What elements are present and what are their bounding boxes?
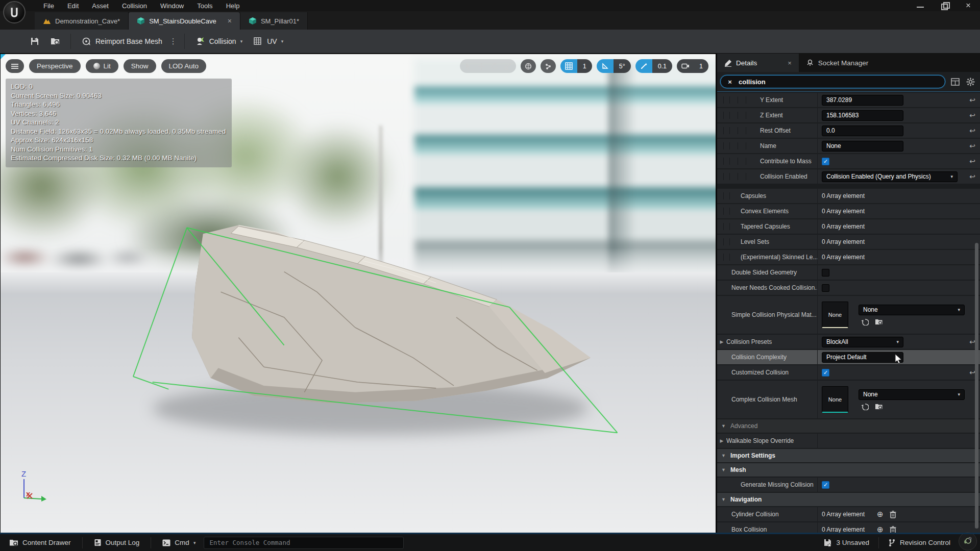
tab-sm-pillar01[interactable]: SM_Pillar01* bbox=[240, 12, 308, 30]
reset-to-default-icon[interactable]: ↩ bbox=[965, 157, 980, 165]
unsaved-assets-button[interactable]: 3 Unsaved bbox=[818, 536, 875, 549]
menu-edit[interactable]: Edit bbox=[61, 1, 85, 11]
stat-triangles: Triangles: 6,496 bbox=[11, 100, 226, 109]
reset-to-default-icon[interactable]: ↩ bbox=[965, 111, 980, 119]
viewport-options-button[interactable] bbox=[6, 59, 24, 73]
category-navigation[interactable]: ▼ Navigation bbox=[717, 493, 980, 506]
menu-file[interactable]: File bbox=[37, 1, 61, 11]
show-dropdown[interactable]: Show bbox=[124, 59, 156, 73]
complex-collision-mesh-dropdown[interactable]: None▾ bbox=[859, 389, 965, 400]
scale-tool-icon[interactable] bbox=[504, 62, 512, 70]
expand-arrow-icon[interactable]: ▶ bbox=[717, 339, 726, 344]
browse-to-asset-button[interactable] bbox=[45, 33, 65, 49]
y-extent-input[interactable]: 387.0289 bbox=[822, 95, 903, 106]
menu-collision[interactable]: Collision bbox=[115, 1, 154, 11]
output-log-button[interactable]: Output Log bbox=[88, 536, 146, 549]
browse-to-asset-icon[interactable] bbox=[875, 318, 883, 325]
browse-to-asset-icon[interactable] bbox=[875, 403, 883, 410]
move-tool-icon[interactable] bbox=[477, 62, 485, 70]
generate-missing-collision-checkbox[interactable]: ✓ bbox=[822, 481, 829, 489]
save-button[interactable] bbox=[24, 33, 45, 49]
rest-offset-input[interactable]: 0.0 bbox=[822, 126, 903, 136]
never-needs-cooked-checkbox[interactable] bbox=[822, 284, 829, 292]
perspective-dropdown[interactable]: Perspective bbox=[29, 59, 81, 73]
reset-to-default-icon[interactable]: ↩ bbox=[965, 96, 980, 104]
rotation-snap-toggle[interactable] bbox=[597, 59, 614, 73]
statusbar-right-cluster: 3 Unsaved Revision Control bbox=[818, 534, 977, 551]
tab-level-demonstration-cave[interactable]: Demonstration_Cave* bbox=[35, 12, 129, 30]
advanced-expander[interactable]: ▼ Advanced bbox=[717, 419, 980, 433]
grid-snap-toggle[interactable] bbox=[560, 59, 577, 73]
category-mesh[interactable]: ▼ Mesh bbox=[717, 463, 980, 477]
use-selected-asset-icon[interactable] bbox=[861, 403, 869, 410]
use-selected-asset-icon[interactable] bbox=[861, 318, 869, 325]
tab-close-icon[interactable]: × bbox=[228, 17, 232, 25]
menu-window[interactable]: Window bbox=[154, 1, 190, 11]
property-row-level-sets: Level Sets 0 Array element bbox=[717, 235, 980, 249]
reimport-options-icon[interactable]: ⋮ bbox=[167, 37, 179, 46]
rotate-tool-icon[interactable] bbox=[491, 62, 499, 70]
scale-snap-toggle[interactable] bbox=[635, 59, 652, 73]
clear-search-icon[interactable]: × bbox=[726, 78, 734, 86]
z-extent-input[interactable]: 158.106583 bbox=[822, 110, 903, 121]
property-row-double-sided-geometry: Double Sided Geometry bbox=[717, 265, 980, 280]
coordinate-system-button[interactable] bbox=[521, 59, 536, 73]
cmd-dropdown-button[interactable]: Cmd ▾ bbox=[156, 536, 202, 549]
grid-snap-value[interactable]: 1 bbox=[577, 59, 592, 73]
collision-dropdown-button[interactable]: Collision ▾ bbox=[190, 33, 248, 49]
property-row-skinned-level-sets: (Experimental) Skinned Le... 0 Array ele… bbox=[717, 250, 980, 264]
console-command-input[interactable] bbox=[204, 537, 404, 549]
unreal-logo-icon[interactable] bbox=[3, 1, 26, 23]
reset-to-default-icon[interactable]: ↩ bbox=[965, 127, 980, 135]
view-mode-dropdown[interactable]: Lit bbox=[86, 59, 118, 73]
details-scrollbar[interactable] bbox=[975, 243, 978, 529]
collision-complexity-dropdown[interactable]: Project Default bbox=[822, 352, 903, 363]
tab-sm-stairsdoublecave[interactable]: SM_StairsDoubleCave × bbox=[129, 12, 240, 30]
collision-presets-dropdown[interactable]: BlockAll▾ bbox=[822, 337, 903, 347]
property-label: Box Collision bbox=[717, 526, 817, 533]
surface-snapping-button[interactable] bbox=[541, 59, 556, 73]
search-input[interactable]: × collision bbox=[720, 75, 945, 88]
stat-collision-primitives: Num Collision Primitives: 1 bbox=[11, 145, 226, 154]
camera-speed-toggle[interactable] bbox=[677, 59, 694, 73]
menu-asset[interactable]: Asset bbox=[85, 1, 115, 11]
minimize-button[interactable] bbox=[917, 3, 924, 9]
uv-dropdown-button[interactable]: UV ▾ bbox=[248, 33, 288, 49]
settings-button[interactable] bbox=[965, 78, 976, 86]
restore-button[interactable] bbox=[941, 3, 948, 9]
close-window-button[interactable]: × bbox=[966, 3, 971, 8]
revision-control-status-icon[interactable] bbox=[959, 532, 977, 550]
details-tab-close-icon[interactable]: × bbox=[788, 59, 792, 67]
reimport-base-mesh-button[interactable]: Reimport Base Mesh bbox=[76, 33, 167, 49]
reset-to-default-icon[interactable]: ↩ bbox=[965, 172, 980, 181]
menu-help[interactable]: Help bbox=[219, 1, 247, 11]
tab-socket-manager[interactable]: Socket Manager bbox=[799, 54, 875, 72]
customized-collision-checkbox[interactable]: ✓ bbox=[822, 369, 829, 377]
tab-details[interactable]: Details × bbox=[717, 54, 799, 72]
reset-to-default-icon[interactable]: ↩ bbox=[965, 142, 980, 150]
menu-tools[interactable]: Tools bbox=[190, 1, 219, 11]
name-input[interactable]: None bbox=[822, 141, 903, 152]
property-row-tapered-capsules: Tapered Capsules 0 Array element bbox=[717, 219, 980, 234]
rotation-snap-value[interactable]: 5° bbox=[614, 59, 631, 73]
array-count: 0 Array element bbox=[822, 208, 865, 215]
select-tool-icon[interactable] bbox=[464, 62, 472, 70]
physical-material-dropdown[interactable]: None▾ bbox=[859, 305, 965, 315]
expand-arrow-icon[interactable]: ▶ bbox=[717, 438, 726, 443]
stat-uv-channels: UV Channels: 2 bbox=[11, 118, 226, 127]
double-sided-geometry-checkbox[interactable] bbox=[822, 269, 829, 277]
camera-speed-value[interactable]: 1 bbox=[694, 59, 708, 73]
physical-material-thumbnail[interactable]: None bbox=[822, 302, 848, 328]
delete-array-icon[interactable] bbox=[890, 511, 896, 518]
collision-enabled-dropdown[interactable]: Collision Enabled (Query and Physics)▾ bbox=[822, 171, 958, 182]
revision-control-button[interactable]: Revision Control bbox=[882, 536, 957, 549]
3d-viewport[interactable]: Perspective Lit Show LOD Auto LOD: 0 Cur… bbox=[0, 54, 716, 534]
complex-collision-mesh-thumbnail[interactable]: None bbox=[822, 386, 848, 413]
display-filter-button[interactable] bbox=[949, 78, 961, 86]
scale-snap-value[interactable]: 0.1 bbox=[652, 59, 672, 73]
category-import-settings[interactable]: ▼ Import Settings bbox=[717, 449, 980, 462]
lod-auto-dropdown[interactable]: LOD Auto bbox=[161, 59, 207, 73]
add-array-element-icon[interactable]: ⊕ bbox=[877, 510, 884, 519]
contribute-to-mass-checkbox[interactable]: ✓ bbox=[822, 158, 829, 165]
content-drawer-button[interactable]: Content Drawer bbox=[3, 536, 77, 549]
